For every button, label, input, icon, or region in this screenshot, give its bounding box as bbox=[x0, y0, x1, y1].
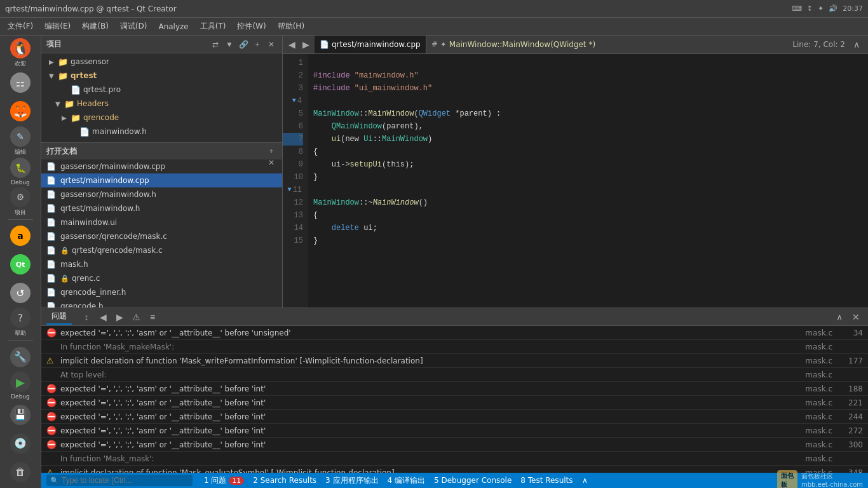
nav-forward-btn[interactable]: ▶ bbox=[299, 38, 312, 51]
prob-file-2: mask.c bbox=[794, 342, 832, 351]
tree-item-gassensor[interactable]: ▶ 📁 gassensor bbox=[41, 55, 282, 69]
problems-tab-issues[interactable]: 问题 bbox=[46, 309, 72, 325]
menu-controls[interactable]: 控件(W) bbox=[232, 19, 271, 34]
doc-gassensor-mainwindow-h[interactable]: 📄 gassensor/mainwindow.h bbox=[41, 187, 282, 201]
dock-dvd[interactable]: 💿 bbox=[4, 430, 36, 457]
doc-label-qrtest-mainwindow: qrtest/mainwindow.cpp bbox=[60, 176, 149, 185]
problem-row-11[interactable]: ⚠ implicit declaration of function 'Mask… bbox=[41, 466, 868, 473]
code-content[interactable]: #include "mainwindow.h" #include "ui_mai… bbox=[308, 54, 868, 308]
problem-row-6[interactable]: ⛔ expected '=', ',', ';', 'asm' or '__at… bbox=[41, 396, 868, 410]
problem-row-5[interactable]: ⛔ expected '=', ',', ';', 'asm' or '__at… bbox=[41, 382, 868, 396]
doc-qrtest-mask-c[interactable]: 📄 🔒 qrtest/qrencode/mask.c bbox=[41, 243, 282, 257]
doc-icon-qrtest-mask-c: 📄 bbox=[46, 246, 57, 255]
project-filter-btn[interactable]: ▼ bbox=[224, 39, 235, 50]
status-tab-test[interactable]: 8 Test Results bbox=[517, 476, 576, 485]
project-sync-btn[interactable]: ⇄ bbox=[210, 39, 221, 50]
statusbar-expand-btn[interactable]: ∧ bbox=[578, 475, 592, 486]
menu-help[interactable]: 帮助(H) bbox=[273, 19, 309, 34]
menu-tools[interactable]: 工具(T) bbox=[195, 19, 231, 34]
status-tab-problems[interactable]: 1 问题 11 bbox=[200, 475, 248, 486]
editor-collapse-btn[interactable]: ∧ bbox=[850, 38, 863, 51]
dock-debug[interactable]: 🐛 Debug bbox=[4, 158, 36, 186]
prob-filter-btn[interactable]: ⚠ bbox=[129, 311, 143, 323]
prob-file-7: mask.c bbox=[794, 412, 832, 421]
problem-row-10[interactable]: In function 'Mask_mask': mask.c bbox=[41, 452, 868, 466]
problem-row-3[interactable]: ⚠ implicit declaration of function 'Mask… bbox=[41, 354, 868, 368]
doc-label-qrencode-inner-h: qrencode_inner.h bbox=[60, 288, 126, 297]
tree-item-headers[interactable]: ▼ 📁 Headers bbox=[41, 97, 282, 111]
dock-settings[interactable]: 🔧 bbox=[4, 343, 36, 370]
doc-mask-h[interactable]: 📄 mask.h bbox=[41, 257, 282, 271]
problem-row-7[interactable]: ⛔ expected '=', ',', ';', 'asm' or '__at… bbox=[41, 410, 868, 424]
line-col-info: Line: 7, Col: 2 bbox=[792, 40, 845, 49]
status-tab-compileout[interactable]: 4 编译输出 bbox=[384, 475, 429, 486]
prob-icon-warn-11: ⚠ bbox=[46, 468, 57, 473]
doc-qrenc-c[interactable]: 📄 🔒 qrenc.c bbox=[41, 271, 282, 285]
problem-row-9[interactable]: ⛔ expected '=', ',', ';', 'asm' or '__at… bbox=[41, 438, 868, 452]
tree-item-qrencode-h[interactable]: ▶ 📁 qrencode bbox=[41, 111, 282, 125]
tree-arrow-qrtest: ▼ bbox=[49, 72, 58, 79]
prob-text-11: implicit declaration of function 'Mask_e… bbox=[60, 468, 794, 473]
project-close-btn[interactable]: ✕ bbox=[266, 39, 277, 50]
project-panel-controls: ⇄ ▼ 🔗 + ✕ bbox=[210, 39, 277, 50]
doc-gassensor-mask-c[interactable]: 📄 gassensor/qrencode/mask.c bbox=[41, 229, 282, 243]
status-tab-search[interactable]: 2 Search Results bbox=[249, 476, 320, 485]
open-docs-add-btn[interactable]: + bbox=[266, 146, 277, 157]
dock-amazon[interactable]: a bbox=[4, 222, 36, 250]
menu-file[interactable]: 文件(F) bbox=[3, 19, 38, 34]
editor: ◀ ▶ 📄 qrtest/mainwindow.cpp # ✦ MainWind… bbox=[283, 36, 868, 308]
prob-line-1: 34 bbox=[837, 329, 863, 337]
dock-disk[interactable]: 💾 bbox=[4, 401, 36, 428]
left-dock: 🐧 欢迎 ⚏ 🦊 ✎ 编辑 🐛 Debug ⚙ 项目 a Qt ↺ bbox=[0, 36, 41, 488]
doc-qrencode-inner-h[interactable]: 📄 qrencode_inner.h bbox=[41, 285, 282, 299]
doc-qrtest-mainwindow-h[interactable]: 📄 qrtest/mainwindow.h bbox=[41, 201, 282, 215]
project-link-btn[interactable]: 🔗 bbox=[238, 39, 249, 50]
nav-back-btn[interactable]: ◀ bbox=[285, 38, 298, 51]
statusbar-search[interactable]: 🔍 bbox=[46, 475, 193, 486]
menu-analyze[interactable]: Analyze bbox=[153, 20, 193, 33]
problems-collapse-btn[interactable]: ∧ bbox=[832, 311, 846, 323]
tree-item-mainwindow-h[interactable]: 📄 mainwindow.h bbox=[41, 125, 282, 139]
tree-label-qrtest: qrtest bbox=[71, 71, 97, 80]
tree-item-qrtest[interactable]: ▼ 📁 qrtest bbox=[41, 69, 282, 83]
problem-row-1[interactable]: ⛔ expected '=', ',', ';', 'asm' or '__at… bbox=[41, 326, 868, 340]
prob-prev-btn[interactable]: ◀ bbox=[96, 311, 110, 323]
tree-arrow-gassensor: ▶ bbox=[49, 58, 58, 65]
prob-settings-btn[interactable]: ≡ bbox=[146, 311, 159, 323]
tree-arrow-empty bbox=[62, 86, 71, 93]
problem-row-4[interactable]: At top level: mask.c bbox=[41, 368, 868, 382]
dock-project[interactable]: ⚙ 项目 bbox=[4, 187, 36, 217]
dock-trash[interactable]: 🗑 bbox=[4, 458, 36, 485]
dock-firefox[interactable]: 🦊 bbox=[4, 98, 36, 125]
dock-apps[interactable]: ⚏ bbox=[4, 69, 36, 97]
dock-edit[interactable]: ✎ 编辑 bbox=[4, 126, 36, 156]
dock-update[interactable]: ↺ bbox=[4, 280, 36, 307]
status-tab-appoutput[interactable]: 3 应用程序输出 bbox=[322, 475, 382, 486]
editor-tab-mainwindow[interactable]: 📄 qrtest/mainwindow.cpp bbox=[315, 36, 426, 53]
status-tab-debugger[interactable]: 5 Debugger Console bbox=[430, 476, 515, 485]
menu-debug[interactable]: 调试(D) bbox=[115, 19, 153, 34]
doc-mainwindow-ui[interactable]: 📄 mainwindow.ui bbox=[41, 215, 282, 229]
dock-run[interactable]: ▶ Debug bbox=[4, 372, 36, 400]
problem-row-8[interactable]: ⛔ expected '=', ',', ';', 'asm' or '__at… bbox=[41, 424, 868, 438]
doc-gassensor-mainwindow[interactable]: 📄 gassensor/mainwindow.cpp bbox=[41, 159, 282, 173]
dock-help[interactable]: ? 帮助 bbox=[4, 308, 36, 337]
prob-file-8: mask.c bbox=[794, 426, 832, 435]
titlebar: qrtest/mainwindow.cpp @ qrtest - Qt Crea… bbox=[0, 0, 868, 18]
prob-icon-error-5: ⛔ bbox=[46, 384, 57, 393]
menu-build[interactable]: 构建(B) bbox=[77, 19, 114, 34]
search-input[interactable] bbox=[62, 476, 189, 485]
problem-row-2[interactable]: In function 'Mask_makeMask': mask.c bbox=[41, 340, 868, 354]
file-icon-qrtest-pro: 📄 bbox=[71, 85, 81, 95]
menu-edit[interactable]: 编辑(E) bbox=[39, 19, 76, 34]
prob-sort-btn[interactable]: ↕ bbox=[79, 311, 93, 323]
problems-close-btn[interactable]: ✕ bbox=[849, 311, 863, 323]
dock-qt[interactable]: Qt bbox=[4, 251, 36, 278]
doc-qrtest-mainwindow[interactable]: 📄 qrtest/mainwindow.cpp bbox=[41, 173, 282, 187]
dock-ubuntu[interactable]: 🐧 欢迎 bbox=[4, 38, 36, 68]
prob-next-btn[interactable]: ▶ bbox=[112, 311, 126, 323]
project-add-btn[interactable]: + bbox=[252, 39, 263, 50]
tree-item-qrtest-pro[interactable]: 📄 qrtest.pro bbox=[41, 83, 282, 97]
doc-qrencode-h[interactable]: 📄 qrencode.h bbox=[41, 299, 282, 308]
doc-icon-qrenc-c: 📄 bbox=[46, 274, 57, 283]
